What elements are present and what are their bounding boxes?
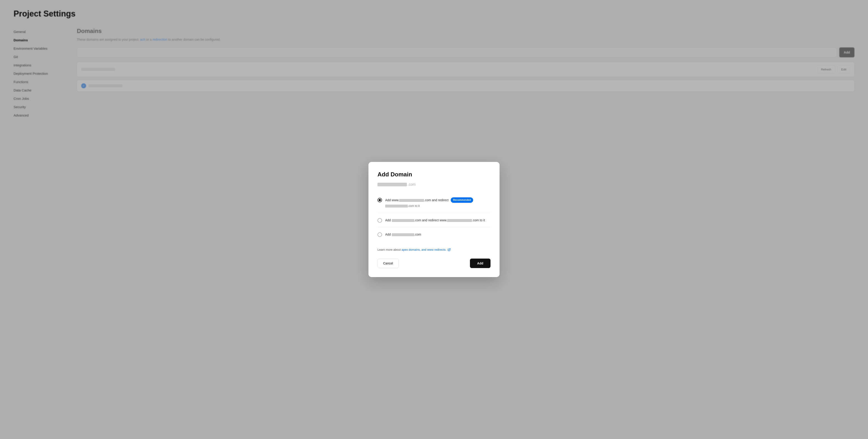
option-1-sub-blur <box>385 205 408 207</box>
cancel-button[interactable]: Cancel <box>377 259 399 268</box>
option-2-text: Add .com and redirect www..com to it <box>385 218 485 223</box>
radio-option-3[interactable] <box>377 232 382 237</box>
modal-option-2[interactable]: Add .com and redirect www..com to it <box>377 213 491 227</box>
modal-actions: Cancel Add <box>377 259 491 268</box>
option-1-blur <box>399 199 424 202</box>
domain-suffix: .com <box>408 182 416 187</box>
option-1-header: Add www..com and redirect Recommended <box>385 197 491 203</box>
option-2-blur2 <box>447 219 472 222</box>
modal-overlay[interactable]: Add Domain .com Add www..com and redirec… <box>0 0 868 439</box>
modal-title: Add Domain <box>377 171 491 178</box>
option-3-content: Add .com <box>385 232 491 237</box>
modal-options: Add www..com and redirect Recommended .c… <box>377 193 491 241</box>
option-2-content: Add .com and redirect www..com to it <box>385 218 491 223</box>
domain-blur-text <box>377 183 407 186</box>
option-1-content: Add www..com and redirect Recommended .c… <box>385 197 491 208</box>
option-2-blur <box>392 219 414 222</box>
recommended-badge: Recommended <box>451 197 473 203</box>
option-3-header: Add .com <box>385 232 491 237</box>
radio-inner-1 <box>379 199 381 201</box>
add-domain-modal: Add Domain .com Add www..com and redirec… <box>368 162 500 277</box>
radio-option-1[interactable] <box>377 198 382 202</box>
modal-domain-display: .com <box>377 182 491 187</box>
option-2-header: Add .com and redirect www..com to it <box>385 218 491 223</box>
modal-learn-more: Learn more about apex domains, and www r… <box>377 248 491 251</box>
option-1-sub: .com to it <box>385 204 491 208</box>
learn-more-prefix: Learn more about <box>377 248 401 251</box>
modal-option-1[interactable]: Add www..com and redirect Recommended .c… <box>377 193 491 213</box>
radio-option-2[interactable] <box>377 218 382 223</box>
modal-add-button[interactable]: Add <box>470 259 491 268</box>
modal-option-3[interactable]: Add .com <box>377 227 491 241</box>
external-link-icon <box>448 248 451 251</box>
option-3-text: Add .com <box>385 232 421 237</box>
option-3-blur <box>392 233 414 236</box>
option-1-text: Add www..com and redirect <box>385 198 448 203</box>
learn-more-link[interactable]: apex domains, and www redirects. <box>401 248 450 251</box>
